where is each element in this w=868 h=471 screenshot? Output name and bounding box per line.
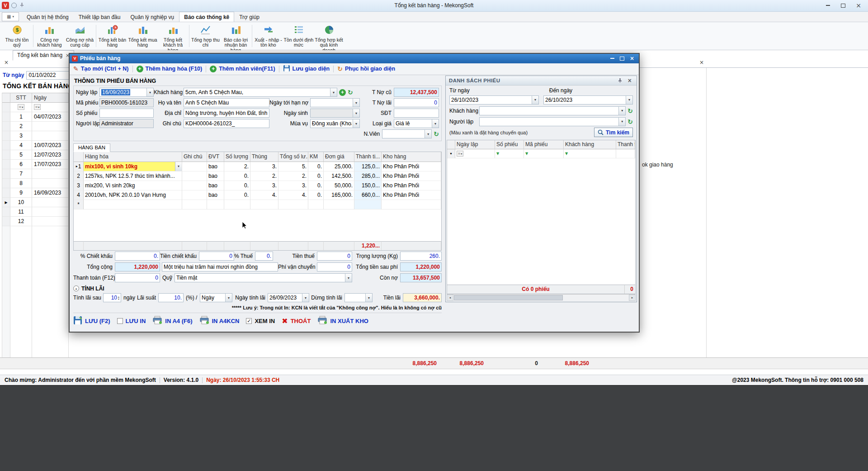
cell-ngay[interactable] [32, 169, 69, 179]
cell-don-gia[interactable]: 165,000. [324, 190, 354, 200]
chevron-down-icon[interactable]: ▾ [618, 107, 625, 115]
cell-stt[interactable]: 7 [10, 169, 32, 179]
ribbon-button-thu-chi-ton-quy[interactable]: $ Thu chi tồn quỹ [2, 23, 32, 49]
cell-so-luong[interactable]: 0. [224, 181, 250, 190]
cell-ngay[interactable] [32, 217, 69, 226]
nvien-combo[interactable]: ▾ [382, 129, 432, 138]
document-tab-tong-ket-ban-hang[interactable]: Tổng kết bán hàng × [13, 50, 74, 61]
table-row[interactable]: 8 [2, 179, 69, 188]
scrollbar-thumb[interactable] [454, 295, 563, 300]
table-row[interactable]: 2 [2, 122, 69, 131]
cell-kho-hang[interactable]: Kho Phân Phối [382, 181, 441, 190]
cell-km[interactable]: 0. [308, 162, 324, 171]
quy-combo[interactable]: Tiền mặt▾ [175, 273, 352, 282]
so-phieu-input[interactable] [99, 109, 154, 118]
cell-ngay[interactable]: 16/09/2023 [32, 188, 69, 198]
tab-bao-cao-thong-ke[interactable]: Báo cáo thống kê [179, 12, 234, 22]
column-header[interactable]: Số lượng [224, 152, 250, 162]
table-row[interactable]: ▸1 mix100, vi sinh 10kg▾ bao 2. 3. 5. 0.… [74, 162, 441, 171]
preview-print-checkbox[interactable]: ✓XEM IN [246, 318, 275, 324]
cell-km[interactable]: 0. [308, 181, 324, 190]
thue-pct-input[interactable]: 0. [255, 252, 273, 261]
cell-thung[interactable]: 3. [250, 162, 278, 171]
ngay-sinh-input[interactable]: ▾ [310, 109, 360, 118]
collapse-icon[interactable]: ▴ [73, 285, 79, 291]
add-product-button[interactable]: +Thêm hàng hóa (F10) [137, 66, 203, 72]
chevron-down-icon[interactable]: ▾ [425, 130, 431, 138]
ribbon-button-ton-duoi-dinh-muc[interactable]: Tồn dưới định mức [283, 23, 314, 49]
chevron-down-icon[interactable]: ▾ [353, 109, 359, 117]
cell-ghi-chu[interactable] [182, 190, 207, 200]
interest-section-header[interactable]: ▴ TÍNH LÃI [73, 285, 442, 292]
mua-vu-combo[interactable]: Đông xuân (Khoảng th9 - th12▾ [310, 119, 360, 128]
minimize-button[interactable] [820, 0, 835, 10]
cell-stt[interactable]: 5 [10, 150, 32, 160]
cell-dvt[interactable]: bao [207, 171, 224, 181]
checkbox-checked[interactable]: ✓ [246, 318, 252, 324]
tinh-lai-sau-input[interactable]: 10▴▾ [103, 293, 121, 302]
refresh-customer-icon[interactable]: ↻ [348, 89, 353, 95]
ghi-chu-input[interactable]: KDH00004-261023_ [184, 119, 269, 128]
cell-thung[interactable]: 2. [250, 171, 278, 181]
column-header[interactable]: KM [308, 152, 324, 162]
tab-hang-ban[interactable]: HÀNG BÁN [73, 143, 110, 152]
column-header[interactable]: Hàng hóa [84, 152, 182, 162]
cell-hang-hoa[interactable]: 1257ks, NPK 12.5.7 thúc tím khánh... [84, 171, 182, 181]
cell-ghi-chu[interactable] [182, 162, 207, 171]
cell-ngay[interactable]: 17/07/2023 [32, 160, 69, 169]
cell-dvt[interactable]: bao [207, 181, 224, 190]
chevron-down-icon[interactable]: ▾ [345, 274, 352, 282]
column-header[interactable]: ĐVT [207, 152, 224, 162]
cell-ngay[interactable] [32, 131, 69, 141]
chevron-down-icon[interactable]: ▾ [365, 294, 372, 302]
ribbon-button-tong-hop-ket-qua-kinh-doanh[interactable]: Tổng hợp kết quả kinh doanh [314, 23, 344, 49]
cell-ngay[interactable]: 12/07/2023 [32, 150, 69, 160]
dialog-minimize-button[interactable] [608, 55, 617, 62]
cell-km[interactable]: 0. [308, 190, 324, 200]
ribbon-button-tong-hop-thu-chi[interactable]: Tổng hợp thu chi [190, 23, 221, 49]
chiet-khau-pct-input[interactable]: 0. [115, 252, 160, 261]
cell-hang-hoa[interactable]: mix100, vi sinh 10kg▾ [84, 162, 182, 171]
tu-ngay-input[interactable]: 01/10/2022 [26, 71, 70, 80]
chevron-down-icon[interactable]: ▾ [618, 118, 625, 126]
cell-stt[interactable]: 12 [10, 217, 32, 226]
ngay-lap-input[interactable]: 16/09/2023▾ [99, 88, 154, 97]
exit-button[interactable]: ✖THOÁT [282, 317, 311, 325]
cell-ngay[interactable] [32, 207, 69, 217]
cell-ngay[interactable]: 10/07/2023 [32, 141, 69, 150]
cell-thanh-tien[interactable]: 150,0... [354, 181, 382, 190]
ribbon-button-tong-ket-mua-hang[interactable]: Tổng kết mua hàng [127, 23, 158, 49]
scroll-right-icon[interactable]: ▸ [629, 295, 636, 301]
save-button[interactable]: LƯU (F2) [73, 316, 110, 326]
restore-layout-button[interactable]: ↻Phục hồi giao diện [337, 66, 395, 72]
add-customer-icon[interactable]: + [339, 89, 346, 96]
table-row[interactable]: 6 17/07/2023 [2, 160, 69, 169]
cell-ghi-chu[interactable] [182, 171, 207, 181]
cell-don-gia[interactable]: 50,000. [324, 181, 354, 190]
cell-thung[interactable]: 3. [250, 181, 278, 190]
tien-chiet-khau-input[interactable]: 0 [199, 252, 234, 261]
chevron-down-icon[interactable]: ▾ [532, 96, 538, 104]
lai-suat-input[interactable]: 10. [158, 293, 184, 302]
cell-ghi-chu[interactable] [182, 181, 207, 190]
dung-tinh-lai-combo[interactable]: ▾ [344, 293, 373, 302]
sdt-input[interactable] [394, 109, 439, 118]
cell-stt[interactable]: 10 [10, 198, 32, 207]
cell-tong-so-luong[interactable]: 5. [278, 162, 308, 171]
print-a4-button[interactable]: IN A4 (F6) [152, 316, 192, 326]
ho-ten-input[interactable]: Anh 5 Chệch Màu [184, 98, 269, 107]
cell-kho-hang[interactable]: Kho Phân Phối [382, 162, 441, 171]
dia-chi-input[interactable]: Nông trường, huyện Hòn Đất, tỉnh K [184, 109, 269, 118]
pin-icon[interactable] [19, 2, 24, 9]
close-button[interactable]: × [851, 0, 866, 10]
print-a4kcn-button[interactable]: IN A4KCN [199, 316, 240, 326]
create-new-button[interactable]: ✎Tạo mới (Ctrl + N) [73, 65, 129, 72]
column-header[interactable]: Thùng [250, 152, 278, 162]
cell-thung[interactable]: 4. [250, 190, 278, 200]
add-employee-button[interactable]: +Thêm nhân viên(F11) [210, 66, 275, 72]
cell-thanh-tien[interactable]: 285,0... [354, 171, 382, 181]
table-row[interactable]: 11 [2, 207, 69, 217]
table-row[interactable]: 5 12/07/2023 [2, 150, 69, 160]
chevron-down-icon[interactable]: ▾ [432, 119, 439, 128]
column-header[interactable]: Tổng số lư... [278, 152, 308, 162]
